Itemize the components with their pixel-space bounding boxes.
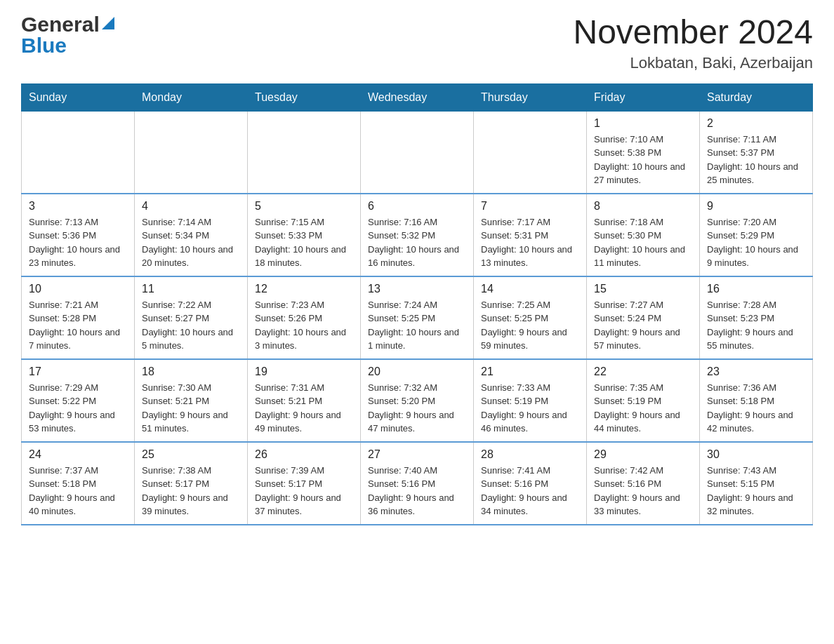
day-info: Sunrise: 7:11 AMSunset: 5:37 PMDaylight:… (707, 133, 805, 187)
day-number: 9 (707, 200, 805, 213)
calendar-cell: 23Sunrise: 7:36 AMSunset: 5:18 PMDayligh… (700, 359, 813, 442)
calendar-cell: 6Sunrise: 7:16 AMSunset: 5:32 PMDaylight… (361, 194, 474, 276)
day-info: Sunrise: 7:25 AMSunset: 5:25 PMDaylight:… (481, 298, 579, 353)
day-number: 17 (29, 365, 127, 378)
header-wednesday: Wednesday (361, 83, 474, 111)
day-info: Sunrise: 7:35 AMSunset: 5:19 PMDaylight:… (594, 381, 692, 436)
calendar-cell (22, 111, 135, 194)
day-info: Sunrise: 7:38 AMSunset: 5:17 PMDaylight:… (142, 464, 240, 518)
day-info: Sunrise: 7:32 AMSunset: 5:20 PMDaylight:… (368, 381, 466, 436)
day-info: Sunrise: 7:37 AMSunset: 5:18 PMDaylight:… (29, 464, 127, 518)
calendar-cell: 12Sunrise: 7:23 AMSunset: 5:26 PMDayligh… (248, 276, 361, 359)
day-number: 3 (29, 200, 127, 213)
calendar-cell: 21Sunrise: 7:33 AMSunset: 5:19 PMDayligh… (474, 359, 587, 442)
calendar-cell: 29Sunrise: 7:42 AMSunset: 5:16 PMDayligh… (587, 442, 700, 525)
day-number: 27 (368, 448, 466, 461)
day-number: 19 (255, 365, 353, 378)
day-number: 13 (368, 283, 466, 295)
calendar-cell: 18Sunrise: 7:30 AMSunset: 5:21 PMDayligh… (135, 359, 248, 442)
day-number: 12 (255, 283, 353, 295)
calendar-week-5: 24Sunrise: 7:37 AMSunset: 5:18 PMDayligh… (22, 442, 813, 525)
day-info: Sunrise: 7:33 AMSunset: 5:19 PMDaylight:… (481, 381, 579, 436)
calendar-cell: 11Sunrise: 7:22 AMSunset: 5:27 PMDayligh… (135, 276, 248, 359)
calendar-location: Lokbatan, Baki, Azerbaijan (573, 54, 813, 72)
calendar-cell: 7Sunrise: 7:17 AMSunset: 5:31 PMDaylight… (474, 194, 587, 276)
calendar-cell: 30Sunrise: 7:43 AMSunset: 5:15 PMDayligh… (700, 442, 813, 525)
day-info: Sunrise: 7:40 AMSunset: 5:16 PMDaylight:… (368, 464, 466, 518)
day-info: Sunrise: 7:23 AMSunset: 5:26 PMDaylight:… (255, 298, 353, 353)
header-thursday: Thursday (474, 83, 587, 111)
calendar-table: SundayMondayTuesdayWednesdayThursdayFrid… (21, 83, 813, 525)
calendar-cell: 3Sunrise: 7:13 AMSunset: 5:36 PMDaylight… (22, 194, 135, 276)
day-info: Sunrise: 7:18 AMSunset: 5:30 PMDaylight:… (594, 215, 692, 270)
day-number: 4 (142, 200, 240, 213)
logo-triangle-icon (102, 17, 114, 32)
calendar-cell: 2Sunrise: 7:11 AMSunset: 5:37 PMDaylight… (700, 111, 813, 194)
day-number: 6 (368, 200, 466, 213)
day-number: 14 (481, 283, 579, 295)
day-info: Sunrise: 7:20 AMSunset: 5:29 PMDaylight:… (707, 215, 805, 270)
day-number: 11 (142, 283, 240, 295)
day-number: 1 (594, 117, 692, 130)
day-info: Sunrise: 7:41 AMSunset: 5:16 PMDaylight:… (481, 464, 579, 518)
calendar-cell: 8Sunrise: 7:18 AMSunset: 5:30 PMDaylight… (587, 194, 700, 276)
header-saturday: Saturday (700, 83, 813, 111)
calendar-cell: 26Sunrise: 7:39 AMSunset: 5:17 PMDayligh… (248, 442, 361, 525)
day-number: 28 (481, 448, 579, 461)
header-tuesday: Tuesday (248, 83, 361, 111)
calendar-cell: 15Sunrise: 7:27 AMSunset: 5:24 PMDayligh… (587, 276, 700, 359)
header: General Blue November 2024 Lokbatan, Bak… (21, 14, 813, 72)
day-number: 26 (255, 448, 353, 461)
calendar-cell (474, 111, 587, 194)
day-number: 21 (481, 365, 579, 378)
calendar-cell: 5Sunrise: 7:15 AMSunset: 5:33 PMDaylight… (248, 194, 361, 276)
calendar-cell: 9Sunrise: 7:20 AMSunset: 5:29 PMDaylight… (700, 194, 813, 276)
calendar-cell: 16Sunrise: 7:28 AMSunset: 5:23 PMDayligh… (700, 276, 813, 359)
day-number: 16 (707, 283, 805, 295)
day-info: Sunrise: 7:30 AMSunset: 5:21 PMDaylight:… (142, 381, 240, 436)
day-info: Sunrise: 7:15 AMSunset: 5:33 PMDaylight:… (255, 215, 353, 270)
day-number: 30 (707, 448, 805, 461)
calendar-header-row: SundayMondayTuesdayWednesdayThursdayFrid… (22, 83, 813, 111)
logo: General Blue (21, 14, 114, 56)
day-info: Sunrise: 7:24 AMSunset: 5:25 PMDaylight:… (368, 298, 466, 353)
day-number: 22 (594, 365, 692, 378)
day-number: 29 (594, 448, 692, 461)
calendar-cell: 27Sunrise: 7:40 AMSunset: 5:16 PMDayligh… (361, 442, 474, 525)
calendar-cell: 14Sunrise: 7:25 AMSunset: 5:25 PMDayligh… (474, 276, 587, 359)
calendar-cell: 1Sunrise: 7:10 AMSunset: 5:38 PMDaylight… (587, 111, 700, 194)
calendar-cell: 24Sunrise: 7:37 AMSunset: 5:18 PMDayligh… (22, 442, 135, 525)
day-number: 8 (594, 200, 692, 213)
calendar-title: November 2024 (573, 14, 813, 51)
calendar-cell (135, 111, 248, 194)
header-friday: Friday (587, 83, 700, 111)
calendar-cell (361, 111, 474, 194)
calendar-week-2: 3Sunrise: 7:13 AMSunset: 5:36 PMDaylight… (22, 194, 813, 276)
calendar-cell: 20Sunrise: 7:32 AMSunset: 5:20 PMDayligh… (361, 359, 474, 442)
calendar-week-4: 17Sunrise: 7:29 AMSunset: 5:22 PMDayligh… (22, 359, 813, 442)
day-number: 18 (142, 365, 240, 378)
day-number: 23 (707, 365, 805, 378)
day-info: Sunrise: 7:42 AMSunset: 5:16 PMDaylight:… (594, 464, 692, 518)
day-number: 25 (142, 448, 240, 461)
calendar-cell: 19Sunrise: 7:31 AMSunset: 5:21 PMDayligh… (248, 359, 361, 442)
svg-marker-0 (102, 17, 114, 29)
day-info: Sunrise: 7:29 AMSunset: 5:22 PMDaylight:… (29, 381, 127, 436)
day-number: 15 (594, 283, 692, 295)
day-info: Sunrise: 7:43 AMSunset: 5:15 PMDaylight:… (707, 464, 805, 518)
day-info: Sunrise: 7:39 AMSunset: 5:17 PMDaylight:… (255, 464, 353, 518)
day-number: 24 (29, 448, 127, 461)
calendar-cell: 10Sunrise: 7:21 AMSunset: 5:28 PMDayligh… (22, 276, 135, 359)
day-info: Sunrise: 7:36 AMSunset: 5:18 PMDaylight:… (707, 381, 805, 436)
logo-blue-text: Blue (21, 35, 67, 56)
calendar-cell: 4Sunrise: 7:14 AMSunset: 5:34 PMDaylight… (135, 194, 248, 276)
title-area: November 2024 Lokbatan, Baki, Azerbaijan (573, 14, 813, 72)
logo-general-text: General (21, 14, 100, 35)
calendar-cell (248, 111, 361, 194)
day-info: Sunrise: 7:27 AMSunset: 5:24 PMDaylight:… (594, 298, 692, 353)
day-info: Sunrise: 7:13 AMSunset: 5:36 PMDaylight:… (29, 215, 127, 270)
calendar-cell: 22Sunrise: 7:35 AMSunset: 5:19 PMDayligh… (587, 359, 700, 442)
calendar-cell: 28Sunrise: 7:41 AMSunset: 5:16 PMDayligh… (474, 442, 587, 525)
day-info: Sunrise: 7:28 AMSunset: 5:23 PMDaylight:… (707, 298, 805, 353)
day-info: Sunrise: 7:31 AMSunset: 5:21 PMDaylight:… (255, 381, 353, 436)
